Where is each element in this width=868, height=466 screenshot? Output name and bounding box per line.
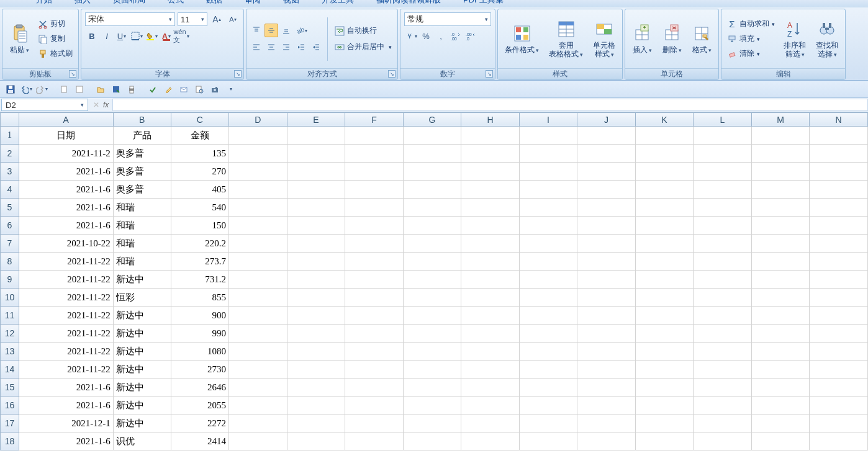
cell-N12[interactable] [810,325,868,343]
orientation-button[interactable]: ab [294,24,308,37]
align-top-button[interactable] [250,24,263,37]
cell-D11[interactable] [229,307,287,325]
row-header-18[interactable]: 18 [1,432,19,450]
cell-H15[interactable] [461,379,520,397]
cell-F14[interactable] [345,361,404,379]
cell-E1[interactable] [287,127,345,145]
cell-I13[interactable] [519,343,577,361]
cell-I10[interactable] [519,289,577,307]
cell-F1[interactable] [345,127,404,145]
col-header-A[interactable]: A [19,113,113,127]
cell-E15[interactable] [287,379,345,397]
cell-M14[interactable] [751,361,810,379]
cell-I3[interactable] [519,163,577,181]
cell-J6[interactable] [577,217,635,235]
cell-B9[interactable]: 新达中 [113,271,171,289]
cell-H5[interactable] [461,199,520,217]
cell-G11[interactable] [403,307,461,325]
cell-C18[interactable]: 2414 [171,432,228,450]
row-header-15[interactable]: 15 [1,379,19,397]
cell-E6[interactable] [287,217,345,235]
qat-saveas-button[interactable] [109,83,123,96]
cell-H17[interactable] [461,414,520,432]
row-header-7[interactable]: 7 [1,235,19,253]
cell-B17[interactable]: 新达中 [113,414,171,432]
cell-C9[interactable]: 731.2 [171,271,228,289]
col-header-J[interactable]: J [577,113,635,127]
col-header-L[interactable]: L [694,113,751,127]
cell-B12[interactable]: 新达中 [113,325,171,343]
find-select-button[interactable]: 查找和 选择 [812,18,842,60]
cell-N10[interactable] [810,289,868,307]
border-button[interactable] [130,29,143,43]
row-header-8[interactable]: 8 [1,253,19,271]
cell-G9[interactable] [403,271,461,289]
cell-D13[interactable] [229,343,287,361]
cell-E11[interactable] [287,307,345,325]
align-bottom-button[interactable] [279,24,293,37]
cell-G14[interactable] [403,361,461,379]
wrap-text-button[interactable]: 自动换行 [332,24,394,37]
cell-C13[interactable]: 1080 [171,343,228,361]
cell-K1[interactable] [635,127,694,145]
cell-M2[interactable] [751,145,810,163]
align-right-button[interactable] [279,40,293,54]
cell-J15[interactable] [577,379,635,397]
cell-I17[interactable] [519,414,577,432]
cell-J10[interactable] [577,289,635,307]
percent-button[interactable]: % [419,29,433,43]
cell-K5[interactable] [635,199,694,217]
cell-G1[interactable] [403,127,461,145]
cell-G13[interactable] [403,343,461,361]
font-name-combo[interactable]: 宋体▾ [85,12,175,26]
cell-L15[interactable] [694,379,751,397]
cancel-formula-icon[interactable]: ✕ [93,101,99,109]
cell-E5[interactable] [287,199,345,217]
cell-L12[interactable] [694,325,751,343]
cell-B3[interactable]: 奥多普 [113,163,171,181]
fill-color-button[interactable] [145,29,158,43]
cell-D16[interactable] [229,397,287,414]
cell-D17[interactable] [229,414,287,432]
cell-J14[interactable] [577,361,635,379]
cell-A10[interactable]: 2021-11-22 [19,289,113,307]
cell-D7[interactable] [229,235,287,253]
cell-C1[interactable]: 金额 [171,127,228,145]
accounting-format-button[interactable]: ￥ [404,29,418,43]
cell-F7[interactable] [345,235,404,253]
number-format-combo[interactable]: 常规▾ [404,12,491,26]
cell-A7[interactable]: 2021-10-22 [19,235,113,253]
cell-K6[interactable] [635,217,694,235]
merge-center-button[interactable]: 合并后居中▾ [332,40,394,53]
cell-E3[interactable] [287,163,345,181]
cell-K14[interactable] [635,361,694,379]
cell-K16[interactable] [635,397,694,414]
italic-button[interactable]: I [100,29,114,43]
cell-C11[interactable]: 900 [171,307,228,325]
cell-D6[interactable] [229,217,287,235]
cell-K13[interactable] [635,343,694,361]
cell-M10[interactable] [751,289,810,307]
cell-G18[interactable] [403,432,461,450]
cell-M4[interactable] [751,181,810,199]
cell-M18[interactable] [751,432,810,450]
cell-G12[interactable] [403,325,461,343]
row-header-9[interactable]: 9 [1,271,19,289]
row-header-11[interactable]: 11 [1,307,19,325]
cell-H13[interactable] [461,343,520,361]
cell-E4[interactable] [287,181,345,199]
cell-J9[interactable] [577,271,635,289]
col-header-I[interactable]: I [519,113,577,127]
cell-L9[interactable] [694,271,751,289]
cell-G5[interactable] [403,199,461,217]
cell-I18[interactable] [519,432,577,450]
cell-J5[interactable] [577,199,635,217]
cell-G15[interactable] [403,379,461,397]
decrease-font-button[interactable]: A▾ [226,12,240,26]
align-launcher[interactable]: ↘ [388,70,396,78]
cell-B18[interactable]: 识优 [113,432,171,450]
cell-F18[interactable] [345,432,404,450]
cell-E7[interactable] [287,235,345,253]
formula-input[interactable] [112,99,868,111]
qat-check-button[interactable] [146,83,160,96]
